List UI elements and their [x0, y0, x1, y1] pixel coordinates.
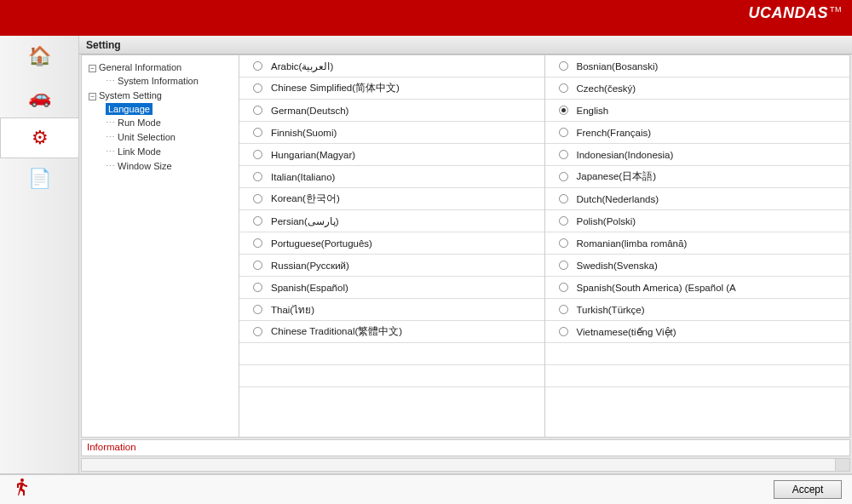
language-label: Czech(český) [577, 83, 636, 94]
tree-unit-selection[interactable]: ⋯ Unit Selection [85, 130, 235, 145]
accept-button[interactable]: Accept [774, 480, 842, 499]
nav-vehicle[interactable]: 🚗 [0, 77, 78, 117]
language-option[interactable]: Thai(ไทย) [239, 299, 544, 321]
language-label: Chinese Simplified(简体中文) [271, 82, 400, 94]
tree-link-mode[interactable]: ⋯ Link Mode [85, 145, 235, 159]
language-option[interactable]: Spanish(South America) (Español (A [545, 277, 850, 299]
language-option[interactable]: Dutch(Nederlands) [545, 188, 850, 210]
language-option[interactable]: Indonesian(Indonesia) [545, 144, 850, 166]
language-label: Dutch(Nederlands) [577, 194, 659, 204]
language-option[interactable]: Japanese(日本語) [545, 166, 850, 188]
radio-icon[interactable] [559, 83, 568, 93]
nav-home[interactable]: 🏠 [0, 36, 78, 77]
radio-icon[interactable] [253, 216, 262, 226]
language-option[interactable]: Portuguese(Português) [239, 232, 544, 255]
radio-icon[interactable] [253, 283, 262, 292]
language-label: English [577, 106, 609, 116]
radio-icon[interactable] [559, 128, 568, 137]
document-icon: 📄 [28, 168, 51, 190]
language-option[interactable]: French(Français) [545, 122, 850, 144]
radio-icon[interactable] [559, 61, 568, 71]
running-man-icon[interactable] [10, 477, 31, 502]
nav-report[interactable]: 📄 [0, 158, 78, 199]
radio-icon[interactable] [559, 261, 568, 270]
horizontal-scrollbar[interactable] [81, 458, 850, 472]
tree-window-size[interactable]: ⋯ Window Size [85, 159, 235, 174]
language-label: Turkish(Türkçe) [577, 305, 645, 315]
language-label: French(Français) [577, 128, 652, 138]
language-option[interactable]: Polish(Polski) [545, 210, 850, 232]
radio-icon[interactable] [253, 194, 262, 203]
radio-icon[interactable] [559, 150, 568, 159]
radio-icon[interactable] [253, 128, 262, 137]
radio-icon[interactable] [559, 283, 568, 292]
radio-icon[interactable] [253, 106, 262, 115]
language-option[interactable]: Arabic(العربية) [239, 55, 544, 77]
collapse-icon[interactable]: − [89, 65, 96, 72]
top-banner: UCANDASTM [0, 0, 852, 26]
language-label: Romanian(limba română) [577, 238, 688, 249]
language-option[interactable]: Russian(Русский) [239, 255, 544, 277]
language-label: Vietnamese(tiếng Việt) [577, 326, 676, 338]
radio-icon[interactable] [253, 61, 262, 71]
tree-run-mode[interactable]: ⋯ Run Mode [85, 116, 235, 130]
radio-icon[interactable] [253, 261, 262, 270]
car-icon: 🚗 [28, 86, 51, 108]
language-option[interactable]: Italian(Italiano) [239, 166, 544, 188]
radio-icon[interactable] [253, 305, 262, 314]
radio-icon[interactable] [253, 150, 262, 159]
language-label: Japanese(日本語) [577, 170, 657, 183]
language-label: Swedish(Svenska) [577, 261, 658, 271]
empty-row [239, 343, 544, 365]
language-label: Russian(Русский) [271, 261, 349, 271]
radio-icon[interactable] [253, 327, 262, 336]
language-label: Thai(ไทย) [271, 302, 314, 318]
language-option[interactable]: German(Deutsch) [239, 100, 544, 122]
radio-icon[interactable] [559, 106, 568, 115]
radio-icon[interactable] [253, 172, 262, 181]
language-option[interactable]: Korean(한국어) [239, 188, 544, 210]
radio-icon[interactable] [559, 172, 568, 181]
information-bar: Information [81, 439, 850, 456]
language-option[interactable]: English [545, 100, 850, 122]
language-option[interactable]: Swedish(Svenska) [545, 255, 850, 277]
svg-point-0 [20, 478, 24, 482]
panel-title: Setting [79, 36, 852, 54]
collapse-icon[interactable]: − [89, 93, 96, 100]
radio-icon[interactable] [559, 216, 568, 226]
language-label: Korean(한국어) [271, 192, 340, 205]
empty-row [239, 365, 544, 387]
language-option[interactable]: Spanish(Español) [239, 277, 544, 299]
tree-system-information[interactable]: ⋯ System Information [85, 74, 235, 89]
tree-language[interactable]: Language [85, 102, 235, 116]
language-option[interactable]: Hungarian(Magyar) [239, 144, 544, 166]
radio-icon[interactable] [559, 327, 568, 336]
radio-icon[interactable] [559, 238, 568, 248]
radio-icon[interactable] [253, 238, 262, 248]
nav-settings[interactable]: ⚙ [0, 117, 78, 158]
panel-body: −General Information ⋯ System Informatio… [81, 54, 850, 438]
language-option[interactable]: Finnish(Suomi) [239, 122, 544, 144]
language-option[interactable]: Czech(český) [545, 77, 850, 100]
language-option[interactable]: Chinese Simplified(简体中文) [239, 77, 544, 100]
tree-system-setting[interactable]: −System Setting [85, 89, 235, 102]
radio-icon[interactable] [253, 83, 262, 93]
language-column-right: Bosnian(Bosanski)Czech(český)EnglishFren… [545, 55, 850, 437]
radio-icon[interactable] [559, 305, 568, 314]
language-option[interactable]: Bosnian(Bosanski) [545, 55, 850, 77]
language-column-left: Arabic(العربية)Chinese Simplified(简体中文)G… [239, 55, 545, 437]
language-option[interactable]: Chinese Traditional(繁體中文) [239, 321, 544, 343]
red-strip [0, 26, 852, 36]
content-panel: Setting −General Information ⋯ System In… [78, 36, 852, 473]
tree-general-information[interactable]: −General Information [85, 60, 235, 74]
radio-icon[interactable] [559, 194, 568, 203]
language-option[interactable]: Romanian(limba română) [545, 232, 850, 255]
home-icon: 🏠 [28, 45, 51, 67]
bottom-bar: Accept [0, 473, 852, 504]
language-label: Bosnian(Bosanski) [577, 61, 659, 72]
language-option[interactable]: Vietnamese(tiếng Việt) [545, 321, 850, 343]
language-label: Portuguese(Português) [271, 238, 372, 249]
language-option[interactable]: Persian(پارسی) [239, 210, 544, 232]
language-label: Italian(Italiano) [271, 172, 335, 182]
language-option[interactable]: Turkish(Türkçe) [545, 299, 850, 321]
